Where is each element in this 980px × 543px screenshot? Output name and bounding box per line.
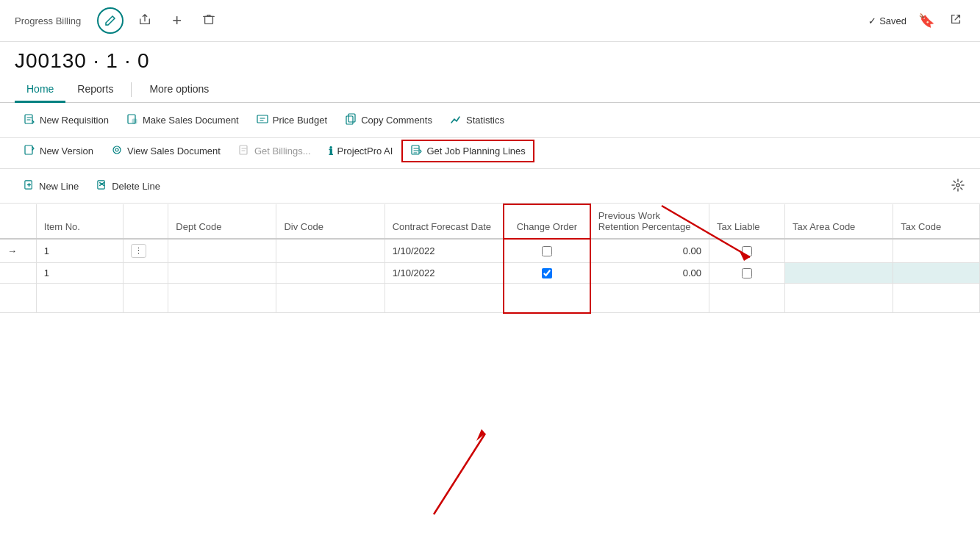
copy-comments-button[interactable]: Copy Comments [336, 109, 441, 132]
cell-tax-liable[interactable] [709, 263, 785, 284]
col-header-change-order[interactable]: Change Order [504, 204, 590, 239]
row-menu-button[interactable]: ⋮ [131, 244, 146, 258]
tab-home[interactable]: Home [15, 77, 65, 103]
table-row[interactable]: 1 1/10/2022 0.00 [0, 263, 980, 284]
share-button[interactable] [132, 10, 157, 32]
bookmark-icon[interactable]: 🔖 [915, 12, 937, 29]
get-billings-label: Get Billings... [254, 145, 311, 157]
cell-change-order[interactable] [504, 239, 590, 263]
col-header-tax-liable[interactable]: Tax Liable [709, 204, 785, 239]
new-line-icon [24, 179, 35, 193]
tab-reports[interactable]: Reports [65, 77, 125, 103]
make-sales-document-button[interactable]: Make Sales Document [118, 109, 248, 132]
new-version-icon [24, 144, 35, 158]
cell-tax-code[interactable] [893, 263, 980, 284]
svg-rect-10 [240, 145, 247, 154]
col-header-tax-code[interactable]: Tax C​ode [893, 204, 980, 239]
make-sales-label: Make Sales Document [143, 115, 239, 126]
nav-tabs: Home Reports More options [0, 77, 980, 103]
col-header-dots [123, 204, 168, 239]
change-order-checkbox-1[interactable] [542, 246, 552, 256]
cell-tax-area-code[interactable] [785, 239, 893, 263]
tax-liable-checkbox-2[interactable] [742, 268, 752, 278]
projectpro-ai-button[interactable]: ℹ ProjectPro AI [320, 140, 402, 162]
svg-rect-0 [205, 16, 213, 24]
col-header-div-code[interactable]: Div Code [276, 204, 385, 239]
new-requisition-label: New Requisition [40, 115, 109, 126]
table-row[interactable]: → 1 ⋮ 1/10/2022 0.00 [0, 239, 980, 263]
cell-div-code[interactable] [276, 263, 385, 284]
saved-indicator: ✓ Saved [868, 15, 906, 26]
get-billings-button[interactable]: Get Billings... [229, 140, 320, 162]
cell-arrow [0, 263, 36, 284]
svg-rect-1 [25, 115, 32, 123]
col-header-prev-retention[interactable]: Previous Work Retention Percentage [590, 204, 709, 239]
statistics-button[interactable]: Statistics [441, 109, 513, 132]
col-header-contract-date[interactable]: Contract Forecast Date [385, 204, 504, 239]
cell-contract-date[interactable]: 1/10/2022 [385, 239, 504, 263]
new-version-label: New Version [40, 145, 93, 157]
change-order-checkbox-2[interactable] [542, 268, 552, 278]
cell-div-code[interactable] [276, 239, 385, 263]
price-budget-label: Price Budget [273, 115, 327, 126]
cell-dots[interactable]: ⋮ [123, 239, 168, 263]
cell-dots[interactable] [123, 263, 168, 284]
cell-tax-liable[interactable] [709, 239, 785, 263]
col-header-dept-code[interactable]: Dept Code [168, 204, 276, 239]
make-sales-icon [126, 113, 138, 127]
statistics-label: Statistics [466, 115, 504, 126]
new-line-button[interactable]: New Line [15, 175, 87, 197]
view-sales-document-button[interactable]: View Sales Document [102, 140, 229, 162]
cell-item-no[interactable]: 1 [36, 239, 123, 263]
new-requisition-icon [24, 113, 35, 127]
delete-line-button[interactable]: Delete Line [87, 175, 169, 197]
svg-point-8 [113, 146, 121, 154]
toolbar-settings[interactable] [951, 178, 965, 195]
cell-item-no[interactable]: 1 [36, 263, 123, 284]
edit-button[interactable] [97, 7, 124, 34]
cell-tax-area-code[interactable] [785, 263, 893, 284]
col-header-tax-area-code[interactable]: Tax Area Code [785, 204, 893, 239]
get-billings-icon [238, 144, 250, 158]
price-budget-button[interactable]: Price Budget [248, 109, 336, 132]
cell-change-order[interactable] [504, 263, 590, 284]
cell-tax-code[interactable] [893, 239, 980, 263]
new-requisition-button[interactable]: New Requisition [15, 109, 118, 132]
svg-rect-4 [257, 115, 268, 123]
get-job-planning-lines-button[interactable]: Get Job Planning Lines [401, 140, 534, 162]
col-header-item-no[interactable]: Item No. [36, 204, 123, 239]
svg-rect-3 [132, 119, 137, 123]
add-button[interactable]: + [166, 8, 187, 33]
view-sales-label: View Sales Document [127, 145, 221, 157]
app-title: Progress Billing [15, 15, 81, 26]
new-version-button[interactable]: New Version [15, 140, 102, 162]
cell-change-order-empty[interactable] [504, 284, 590, 313]
cell-prev-retention[interactable]: 0.00 [590, 263, 709, 284]
cell-prev-retention[interactable]: 0.00 [590, 239, 709, 263]
tab-more-options[interactable]: More options [137, 77, 221, 103]
delete-line-label: Delete Line [112, 181, 160, 192]
table-row[interactable] [0, 284, 980, 313]
cell-contract-date[interactable]: 1/10/2022 [385, 263, 504, 284]
svg-point-14 [956, 184, 959, 187]
cell-dept-code[interactable] [168, 239, 276, 263]
get-job-planning-lines-icon [410, 144, 422, 158]
external-link-icon[interactable] [946, 12, 965, 29]
col-header-arrow [0, 204, 36, 239]
price-budget-icon [257, 113, 268, 127]
svg-point-9 [115, 148, 118, 151]
copy-comments-label: Copy Comments [361, 115, 432, 126]
cell-dept-code[interactable] [168, 263, 276, 284]
svg-rect-5 [346, 116, 353, 124]
statistics-icon [450, 113, 462, 127]
projectpro-ai-icon: ℹ [329, 145, 333, 158]
new-line-label: New Line [39, 181, 79, 192]
record-title: J00130 · 1 · 0 [0, 42, 980, 77]
data-table: Item No. Dept Code Div Code Contract For… [0, 204, 980, 314]
projectpro-ai-label: ProjectPro AI [337, 145, 393, 157]
nav-divider [131, 82, 132, 97]
tax-liable-checkbox-1[interactable] [742, 246, 752, 256]
toolbar-row2: New Version View Sales Document Get Bill… [0, 138, 980, 169]
delete-button[interactable] [196, 10, 221, 32]
delete-line-icon [96, 179, 107, 193]
